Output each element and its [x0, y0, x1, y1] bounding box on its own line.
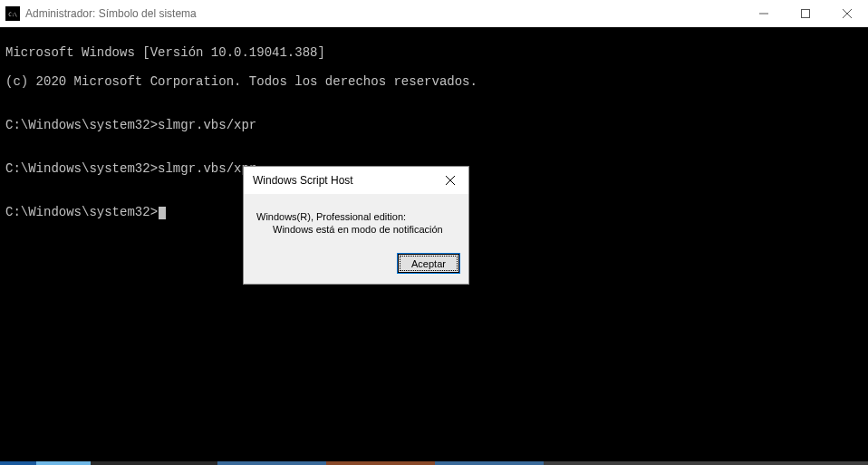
- terminal-line: Microsoft Windows [Versión 10.0.19041.38…: [5, 45, 863, 60]
- close-icon: [843, 9, 852, 18]
- taskbar-segment: [326, 461, 435, 465]
- taskbar-segment: [0, 461, 36, 465]
- prompt: C:\Windows\system32>: [5, 205, 158, 219]
- dialog-footer: Aceptar: [244, 245, 468, 284]
- dialog-title-bar: Windows Script Host: [244, 167, 468, 194]
- window-title: Administrador: Símbolo del sistema: [25, 7, 197, 20]
- taskbar-segment: [91, 461, 217, 465]
- svg-rect-1: [802, 10, 810, 18]
- dialog-message-line: Windows(R), Professional edition:: [256, 210, 458, 223]
- taskbar-segment: [36, 461, 91, 465]
- maximize-icon: [801, 9, 810, 18]
- cmd-icon: [5, 6, 20, 21]
- prompt: C:\Windows\system32>: [5, 161, 158, 176]
- dialog-title: Windows Script Host: [253, 174, 353, 187]
- minimize-icon: [759, 9, 768, 18]
- taskbar-segment: [435, 461, 544, 465]
- maximize-button[interactable]: [785, 0, 826, 27]
- command: slmgr.vbs/xpr: [158, 161, 256, 176]
- dialog-message-line: Windows está en modo de notificación: [256, 223, 458, 236]
- window-title-bar: Administrador: Símbolo del sistema: [0, 0, 868, 27]
- close-button[interactable]: [826, 0, 868, 27]
- window-controls: [743, 0, 868, 27]
- dialog-close-button[interactable]: [432, 167, 468, 194]
- terminal-line: (c) 2020 Microsoft Corporation. Todos lo…: [5, 74, 863, 89]
- minimize-button[interactable]: [743, 0, 785, 27]
- terminal-cursor: [159, 207, 166, 219]
- taskbar-segment: [217, 461, 326, 465]
- command: slmgr.vbs/xpr: [158, 118, 256, 132]
- script-host-dialog: Windows Script Host Windows(R), Professi…: [243, 166, 469, 285]
- accept-button[interactable]: Aceptar: [398, 254, 459, 273]
- terminal-line: C:\Windows\system32>slmgr.vbs/xpr: [5, 118, 863, 132]
- prompt: C:\Windows\system32>: [5, 118, 158, 132]
- dialog-body: Windows(R), Professional edition: Window…: [244, 194, 468, 245]
- close-icon: [446, 176, 455, 185]
- taskbar[interactable]: [0, 461, 868, 465]
- taskbar-segment: [544, 461, 868, 465]
